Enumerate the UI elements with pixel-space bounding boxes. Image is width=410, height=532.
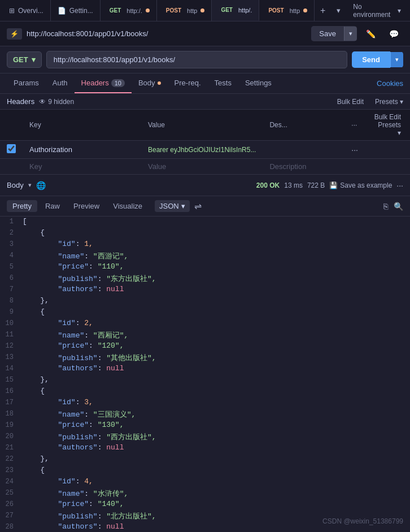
headers-count-badge: 10 <box>111 79 125 87</box>
line-content: "price": "130", <box>23 421 124 429</box>
tab-post1[interactable]: POST http <box>157 0 212 21</box>
line-content: }, <box>23 375 49 384</box>
view-tab-visualize[interactable]: Visualize <box>107 200 148 212</box>
tab-tests[interactable]: Tests <box>208 73 238 93</box>
bulk-edit-inline[interactable]: Bulk Edit <box>374 113 401 121</box>
status-badge: 200 OK <box>256 181 280 189</box>
json-line: 25 "name": "水浒传", <box>0 488 410 499</box>
save-button-group: Save ▾ <box>311 26 357 41</box>
json-line: 1[ <box>0 217 410 228</box>
json-line: 4 "name": "西游记", <box>0 250 410 262</box>
send-button[interactable]: Send <box>352 51 390 68</box>
json-line: 7 "authors": null <box>0 284 410 296</box>
header-desc-placeholder: Description <box>269 162 306 171</box>
line-number: 23 <box>0 466 23 474</box>
view-tabs: Pretty Raw Preview Visualize JSON ▾ ⇌ ⎘ … <box>0 196 410 217</box>
tab-post2[interactable]: POST http <box>259 0 315 21</box>
format-selector[interactable]: JSON ▾ <box>155 200 190 212</box>
sub-tabs: Params Auth Headers 10 Body Pre-req. Tes… <box>0 73 410 94</box>
line-number: 19 <box>0 421 23 429</box>
json-line: 18 "name": "三国演义", <box>0 409 410 420</box>
environment-selector[interactable]: No environment ▾ <box>346 3 408 19</box>
json-line: 16 { <box>0 386 410 397</box>
method-selector[interactable]: GET ▾ <box>7 51 42 68</box>
line-content: }, <box>23 455 49 463</box>
line-number: 22 <box>0 455 23 463</box>
eye-icon: 👁 <box>39 98 46 106</box>
line-number: 4 <box>0 251 23 259</box>
json-line: 28 "authors": null <box>0 522 410 532</box>
line-number: 27 <box>0 511 23 520</box>
line-number: 25 <box>0 488 23 497</box>
search-icon[interactable]: 🔍 <box>394 202 403 211</box>
json-line: 27 "publish": "北方出版社", <box>0 511 410 522</box>
col-value-header: Value <box>141 110 263 141</box>
presets-inline[interactable]: Presets ▾ <box>378 121 401 137</box>
header-dots-1[interactable]: ··· <box>344 141 365 159</box>
save-icon: 💾 <box>329 181 338 189</box>
line-content: }, <box>23 296 49 305</box>
send-dropdown-button[interactable]: ▾ <box>390 52 403 67</box>
json-line: 9 { <box>0 307 410 318</box>
json-line: 20 "publish": "西方出版社", <box>0 431 410 443</box>
tab-auth[interactable]: Auth <box>46 73 75 93</box>
tab-params[interactable]: Params <box>7 73 46 93</box>
line-number: 14 <box>0 364 23 373</box>
tab-getting[interactable]: 📄 Gettin... <box>51 0 101 21</box>
tab-get1[interactable]: GET http:/. <box>101 0 157 21</box>
save-example-button[interactable]: 💾 Save as example <box>329 181 392 189</box>
url-input[interactable] <box>46 51 347 68</box>
tab-body[interactable]: Body <box>132 73 168 93</box>
body-dropdown[interactable]: ▾ <box>28 181 32 189</box>
get-method-badge-2: GET <box>219 6 235 14</box>
post-method-badge-1: POST <box>164 7 184 14</box>
cookies-button[interactable]: Cookies <box>377 79 403 88</box>
tab-dot-1 <box>146 8 150 12</box>
presets-button[interactable]: Presets ▾ <box>375 98 403 106</box>
line-content: "id": 2, <box>23 319 93 327</box>
tab-get2[interactable]: GET http/. <box>212 0 259 21</box>
tab-settings[interactable]: Settings <box>238 73 278 93</box>
send-button-group: Send ▾ <box>352 51 403 68</box>
line-number: 15 <box>0 375 23 384</box>
col-actions-header: Bulk Edit Presets ▾ <box>365 110 410 141</box>
method-label: GET <box>13 55 28 64</box>
save-button[interactable]: Save <box>311 26 344 41</box>
view-tab-raw[interactable]: Raw <box>40 200 66 212</box>
line-number: 1 <box>0 217 23 226</box>
comment-icon-button[interactable]: 💬 <box>385 27 403 41</box>
edit-icon-button[interactable]: ✏️ <box>361 27 380 41</box>
save-dropdown-button[interactable]: ▾ <box>344 27 357 41</box>
line-number: 18 <box>0 409 23 418</box>
headers-table-container: Key Value Des... ··· Bulk Edit Presets ▾ <box>0 110 410 175</box>
more-options-button[interactable]: ··· <box>396 181 403 190</box>
line-content: { <box>23 228 45 237</box>
json-line: 12 "price": "120", <box>0 341 410 352</box>
copy-button[interactable]: ⎘ <box>383 202 388 211</box>
wrap-icon[interactable]: ⇌ <box>194 201 202 211</box>
tab-headers[interactable]: Headers 10 <box>75 73 132 93</box>
line-content: "price": "120", <box>23 341 124 350</box>
json-line: 8 }, <box>0 296 410 307</box>
line-number: 9 <box>0 308 23 316</box>
header-checkbox-1[interactable] <box>7 144 16 153</box>
add-tab-button[interactable]: + <box>315 6 331 16</box>
dots-icon[interactable]: ··· <box>351 121 357 129</box>
line-content: "name": "西游记", <box>23 251 128 261</box>
view-tab-preview[interactable]: Preview <box>68 200 105 212</box>
overview-icon: ⊞ <box>9 7 15 15</box>
response-header: Body ▾ 🌐 200 OK 13 ms 722 B 💾 Save as ex… <box>0 175 410 196</box>
tab-overview[interactable]: ⊞ Overvi... <box>2 0 51 21</box>
line-content: { <box>23 466 45 474</box>
line-number: 6 <box>0 274 23 282</box>
tab-prereq[interactable]: Pre-req. <box>168 73 208 93</box>
line-content: "authors": null <box>23 522 124 531</box>
line-content: "id": 1, <box>23 240 93 248</box>
line-number: 21 <box>0 443 23 452</box>
tab-chevron[interactable]: ▾ <box>331 6 346 15</box>
bulk-edit-button[interactable]: Bulk Edit <box>337 98 364 106</box>
view-tab-pretty[interactable]: Pretty <box>7 200 37 212</box>
json-line: 10 "id": 2, <box>0 318 410 330</box>
line-number: 12 <box>0 341 23 350</box>
json-line: 22 }, <box>0 454 410 465</box>
